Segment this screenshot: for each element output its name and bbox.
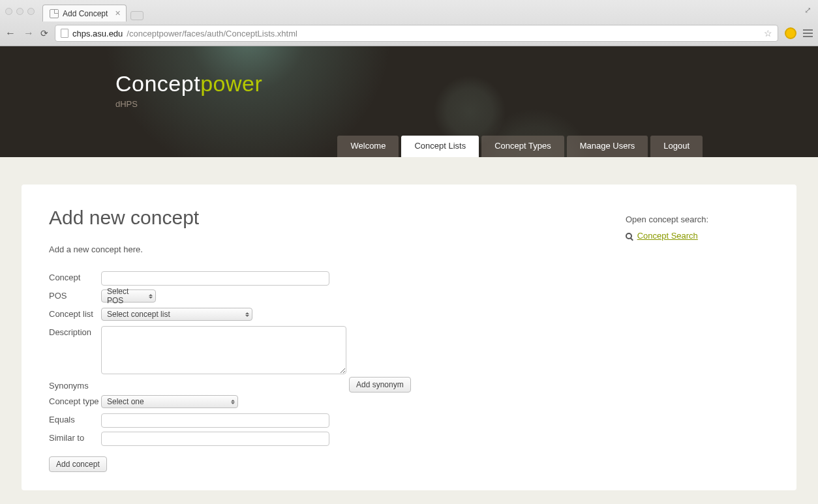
- nav-manage-users[interactable]: Manage Users: [567, 136, 648, 157]
- content-container: Add new concept Add a new concept here. …: [22, 185, 796, 490]
- concept-input[interactable]: [101, 271, 329, 286]
- browser-tab[interactable]: Add Concept ✕: [42, 5, 127, 22]
- chevron-updown-icon: [231, 400, 235, 404]
- browser-chrome: Add Concept ✕ ⤢ ← → ⟳ chps.asu.edu/conce…: [0, 0, 818, 46]
- concept-list-select-value: Select concept list: [107, 310, 170, 319]
- concept-list-select[interactable]: Select concept list: [101, 308, 252, 321]
- url-path: /conceptpower/faces/auth/ConceptLists.xh…: [127, 29, 297, 38]
- nav-welcome[interactable]: Welcome: [337, 136, 399, 157]
- similar-to-input[interactable]: [101, 432, 329, 446]
- logo-part2: power: [200, 71, 262, 96]
- chevron-updown-icon: [149, 294, 153, 299]
- concept-type-select[interactable]: Select one: [101, 395, 238, 408]
- chevron-updown-icon: [245, 312, 249, 317]
- page-title: Add new concept: [49, 207, 586, 229]
- nav-concept-types[interactable]: Concept Types: [481, 136, 564, 157]
- address-bar: ← → ⟳ chps.asu.edu/conceptpower/faces/au…: [0, 22, 818, 46]
- forward-button[interactable]: →: [23, 27, 34, 39]
- label-concept-list: Concept list: [49, 308, 101, 319]
- extension-icon[interactable]: [785, 27, 796, 39]
- close-tab-icon[interactable]: ✕: [115, 9, 121, 18]
- label-concept: Concept: [49, 271, 101, 282]
- new-tab-button[interactable]: [130, 11, 144, 20]
- browser-menu-icon[interactable]: [803, 29, 813, 37]
- label-similar-to: Similar to: [49, 432, 101, 443]
- sidebar: Open concept search: Concept Search: [626, 207, 769, 472]
- close-window-icon[interactable]: [5, 8, 12, 15]
- site-icon: [61, 29, 68, 38]
- url-host: chps.asu.edu: [72, 29, 123, 38]
- minimize-window-icon[interactable]: [16, 8, 23, 15]
- site-header: Conceptpower dHPS Welcome Concept Lists …: [0, 46, 818, 157]
- main-content: Add new concept Add a new concept here. …: [49, 207, 586, 472]
- back-button[interactable]: ←: [5, 27, 16, 39]
- description-textarea[interactable]: [101, 326, 346, 374]
- fullscreen-icon[interactable]: ⤢: [804, 5, 811, 15]
- sidebar-title: Open concept search:: [626, 215, 769, 224]
- url-field[interactable]: chps.asu.edu/conceptpower/faces/auth/Con…: [55, 25, 778, 42]
- site-sublogo: dHPS: [115, 99, 703, 109]
- nav-logout[interactable]: Logout: [650, 136, 703, 157]
- equals-input[interactable]: [101, 413, 329, 428]
- label-concept-type: Concept type: [49, 395, 101, 406]
- label-equals: Equals: [49, 413, 101, 424]
- label-synonyms: Synonyms: [49, 379, 101, 391]
- pos-select-value: Select POS: [107, 287, 146, 305]
- bookmark-icon[interactable]: ☆: [764, 28, 772, 38]
- concept-search-link[interactable]: Concept Search: [637, 231, 698, 241]
- label-pos: POS: [49, 289, 101, 301]
- label-description: Description: [49, 326, 101, 337]
- page-icon: [50, 9, 59, 18]
- nav-concept-lists[interactable]: Concept Lists: [401, 136, 479, 157]
- reload-button[interactable]: ⟳: [40, 28, 48, 38]
- window-controls[interactable]: [5, 8, 35, 15]
- search-icon: [626, 233, 632, 239]
- main-nav: Welcome Concept Lists Concept Types Mana…: [337, 136, 703, 157]
- pos-select[interactable]: Select POS: [101, 289, 156, 303]
- zoom-window-icon[interactable]: [27, 8, 35, 15]
- concept-type-select-value: Select one: [107, 397, 144, 406]
- site-logo[interactable]: Conceptpower: [115, 71, 703, 96]
- add-synonym-button[interactable]: Add synonym: [349, 377, 411, 393]
- tab-title: Add Concept: [63, 9, 108, 18]
- add-concept-button[interactable]: Add concept: [49, 456, 107, 472]
- page-intro: Add a new concept here.: [49, 245, 586, 254]
- titlebar: Add Concept ✕ ⤢: [0, 0, 818, 22]
- logo-part1: Concept: [115, 71, 200, 96]
